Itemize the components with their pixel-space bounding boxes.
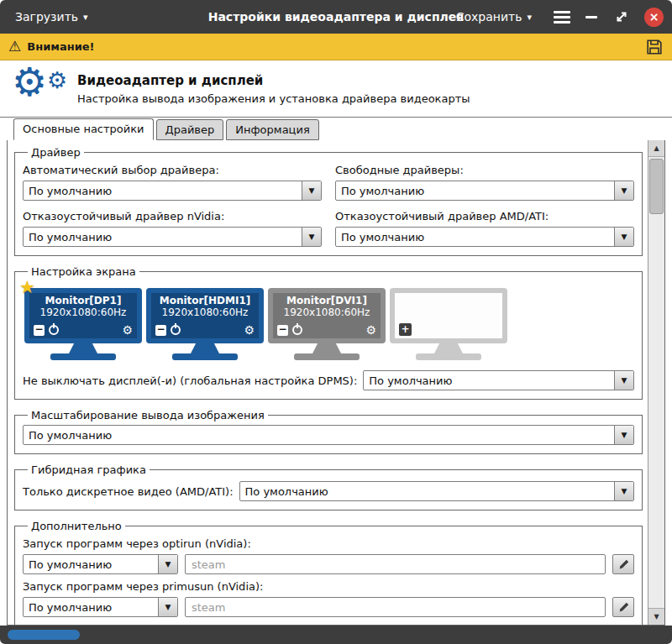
app-icon: ⚙ ⚙ (10, 64, 74, 114)
monitor-resolution: 1920x1080:60Hz (277, 306, 376, 318)
power-icon[interactable] (49, 325, 59, 335)
chevron-down-icon: ▼ (309, 187, 315, 195)
optirun-edit-button[interactable] (612, 554, 634, 574)
settings-panel: Драйвер Автоматический выбор драйвера: П… (7, 139, 665, 626)
primusun-combo[interactable]: По умолчанию ▼ (23, 597, 178, 617)
settings-content: Драйвер Автоматический выбор драйвера: П… (8, 140, 648, 625)
monitor-settings-gear-icon[interactable]: ⚙ (244, 324, 255, 336)
power-icon[interactable] (292, 325, 302, 335)
nvidia-failsafe-combo[interactable]: По умолчанию ▼ (23, 227, 322, 247)
page-title: Видеоадаптер и дисплей (77, 73, 470, 88)
horizontal-scroll-thumb[interactable] (8, 630, 80, 640)
save-menu-button[interactable]: Сохранить ▾ (449, 6, 538, 28)
auto-driver-label: Автоматический выбор драйвера: (23, 164, 322, 176)
warning-icon: ⚠ (8, 39, 21, 54)
combo-dropdown-button[interactable]: ▼ (614, 426, 633, 444)
monitor-settings-gear-icon[interactable]: ⚙ (122, 324, 133, 336)
scroll-down-button[interactable]: ▼ (648, 608, 664, 625)
scaling-combo[interactable]: По умолчанию ▼ (23, 425, 634, 445)
monitor-stand-base (416, 353, 481, 360)
monitor-add-button[interactable]: + (399, 323, 412, 336)
combo-value: По умолчанию (24, 426, 614, 444)
combo-dropdown-button[interactable]: ▼ (614, 228, 633, 246)
monitor-disable-button[interactable]: − (155, 325, 166, 336)
save-file-button[interactable] (645, 38, 664, 56)
monitor-name: Monitor[DP1] (34, 295, 133, 306)
discrete-video-combo[interactable]: По умолчанию ▼ (239, 481, 634, 501)
monitor-card-empty[interactable]: + (390, 288, 507, 360)
floppy-save-icon (645, 38, 664, 56)
chevron-down-icon: ▼ (622, 432, 627, 439)
monitor-stand (434, 343, 463, 353)
monitor-stand-base (50, 353, 116, 360)
titlebar: Загрузить ▾ Настройки видеоадаптера и ди… (0, 0, 672, 34)
pencil-icon (618, 559, 629, 570)
power-icon[interactable] (171, 325, 181, 335)
monitor-name: Monitor[DVI1] (277, 295, 376, 306)
group-screen-legend: Настройка экрана (28, 265, 139, 278)
primusun-edit-button[interactable] (612, 597, 634, 617)
tab-main-settings[interactable]: Основные настройки (13, 118, 154, 140)
expand-icon (614, 9, 629, 24)
gear-icon: ⚙ (12, 62, 47, 102)
close-icon: × (649, 10, 659, 24)
free-drivers-label: Свободные драйверы: (335, 164, 634, 176)
chevron-down-icon: ▼ (165, 561, 171, 568)
group-screen: Настройка экрана ★ Monitor[DP1] 1920x108… (14, 265, 643, 400)
combo-dropdown-button[interactable]: ▼ (614, 482, 633, 500)
amdati-failsafe-combo[interactable]: По умолчанию ▼ (335, 227, 634, 247)
chevron-down-icon: ▼ (309, 233, 315, 241)
group-driver-legend: Драйвер (28, 146, 84, 159)
combo-value: По умолчанию (336, 181, 614, 200)
monitor-disable-button[interactable]: − (277, 325, 288, 336)
close-button[interactable]: × (644, 8, 664, 27)
group-extra: Дополнительно Запуск программ через opti… (14, 520, 643, 625)
combo-dropdown-button[interactable]: ▼ (158, 555, 177, 573)
expand-button[interactable] (614, 9, 629, 24)
warning-label: Внимание! (27, 40, 94, 53)
free-drivers-combo[interactable]: По умолчанию ▼ (335, 181, 634, 201)
combo-dropdown-button[interactable]: ▼ (302, 181, 321, 200)
monitor-name: Monitor[HDMI1] (155, 295, 255, 306)
load-menu-label: Загрузить (15, 10, 78, 24)
app-window: Загрузить ▾ Настройки видеоадаптера и ди… (0, 0, 672, 644)
chevron-down-icon: ▼ (622, 377, 627, 385)
monitor-settings-gear-icon[interactable]: ⚙ (365, 324, 376, 336)
combo-dropdown-button[interactable]: ▼ (158, 598, 177, 616)
scroll-up-button[interactable]: ▲ (648, 140, 664, 157)
scroll-thumb[interactable] (649, 159, 664, 214)
dpms-label: Не выключать дисплей(-и) (глобальная нас… (23, 374, 357, 387)
monitor-stand-base (294, 353, 360, 360)
group-driver: Драйвер Автоматический выбор драйвера: П… (14, 146, 643, 256)
chevron-down-icon: ▼ (622, 187, 627, 195)
tab-driver[interactable]: Драйвер (156, 119, 224, 140)
combo-dropdown-button[interactable]: ▼ (614, 371, 633, 390)
dpms-combo[interactable]: По умолчанию ▼ (363, 370, 634, 390)
optirun-combo[interactable]: По умолчанию ▼ (23, 554, 178, 574)
group-scaling-legend: Масштабирование вывода изображения (28, 409, 268, 421)
monitor-card-hdmi1[interactable]: Monitor[HDMI1] 1920x1080:60Hz − ⚙ (146, 288, 264, 360)
menu-button[interactable] (554, 11, 570, 24)
amdati-failsafe-label: Отказоустойчивый драйвер AMD/ATI: (335, 210, 634, 223)
chevron-down-icon: ▼ (622, 233, 627, 241)
combo-dropdown-button[interactable]: ▼ (614, 181, 633, 200)
primusun-command-input[interactable] (185, 597, 606, 617)
monitor-stand (191, 343, 219, 353)
tab-information[interactable]: Информация (226, 119, 318, 140)
combo-value: По умолчанию (24, 181, 302, 200)
monitor-disable-button[interactable]: − (34, 325, 45, 336)
monitor-card-dvi1[interactable]: Monitor[DVI1] 1920x1080:60Hz − ⚙ (268, 288, 386, 360)
optirun-command-input[interactable] (185, 554, 606, 574)
monitor-stand (69, 343, 97, 353)
bottom-bar (0, 626, 672, 644)
combo-dropdown-button[interactable]: ▼ (302, 228, 321, 246)
caret-down-icon: ▾ (527, 13, 532, 22)
combo-value: По умолчанию (336, 228, 614, 246)
primusun-label: Запуск программ через primusun (nVidia): (23, 580, 634, 593)
monitor-card-dp1[interactable]: ★ Monitor[DP1] 1920x1080:60Hz − ⚙ (24, 288, 142, 360)
monitor-list: ★ Monitor[DP1] 1920x1080:60Hz − ⚙ (23, 281, 634, 362)
vertical-scrollbar[interactable]: ▲ ▼ (648, 140, 664, 625)
auto-driver-combo[interactable]: По умолчанию ▼ (23, 181, 322, 201)
load-menu-button[interactable]: Загрузить ▾ (8, 6, 95, 28)
minimize-button[interactable] (585, 10, 599, 24)
